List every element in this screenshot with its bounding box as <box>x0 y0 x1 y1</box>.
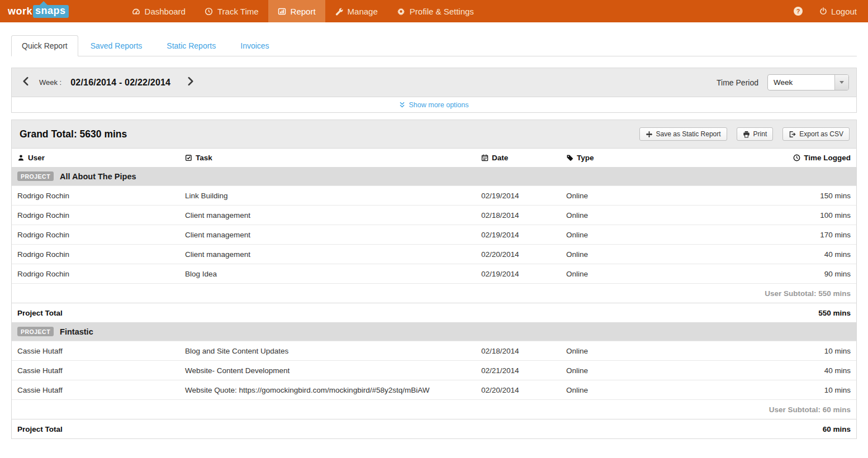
gear-icon <box>397 7 405 16</box>
period-panel: Week : 02/16/2014 - 02/22/2014 Time Peri… <box>11 68 857 113</box>
tab-invoices[interactable]: Invoices <box>231 36 278 56</box>
cell-task: Blog and Site Content Updates <box>179 341 476 361</box>
time-period-select[interactable]: Week <box>767 74 849 90</box>
table-row: Rodrigo RochinBlog Idea02/19/2014Online9… <box>12 264 856 284</box>
cell-task: Link Building <box>179 186 476 206</box>
cell-time-logged: 150 mins <box>712 186 856 206</box>
table-row: Rodrigo RochinClient management02/18/201… <box>12 206 856 225</box>
nav-label: Manage <box>348 7 378 16</box>
previous-week-button[interactable] <box>21 75 31 89</box>
column-header-type: Type <box>561 149 712 167</box>
button-label: Export as CSV <box>799 130 843 138</box>
nav-label: Report <box>291 7 316 16</box>
cell-time-logged: 40 mins <box>712 361 856 380</box>
tag-icon <box>566 154 573 161</box>
report-actions: Save as Static Report Print Export as CS… <box>639 127 850 141</box>
cell-type: Online <box>561 380 712 400</box>
tab-quick-report[interactable]: Quick Report <box>11 35 78 56</box>
project-total-row: Project Total60 mins <box>12 419 856 439</box>
column-header-date: Date <box>476 149 561 167</box>
nav-right-group: ? Logout <box>794 0 857 22</box>
cell-type: Online <box>561 186 712 206</box>
cell-date: 02/20/2014 <box>476 380 561 400</box>
report-header: Grand Total: 5630 mins Save as Static Re… <box>12 120 856 149</box>
table-header: User Task Date <box>12 149 856 167</box>
table-row: Cassie HutaffBlog and Site Content Updat… <box>12 341 856 361</box>
export-as-csv-button[interactable]: Export as CSV <box>782 127 850 141</box>
cell-type: Online <box>561 225 712 245</box>
wrench-icon <box>335 7 343 16</box>
column-header-user: User <box>12 149 179 167</box>
chevron-left-icon <box>22 77 30 86</box>
project-header-cell: PROJECTAll About The Pipes <box>12 167 856 186</box>
question-circle-icon[interactable]: ? <box>794 7 803 16</box>
time-period-value: Week <box>768 78 834 87</box>
project-total-value: 550 mins <box>712 303 856 323</box>
cell-date: 02/19/2014 <box>476 225 561 245</box>
table-row: Rodrigo RochinClient management02/20/201… <box>12 245 856 264</box>
nav-item-manage[interactable]: Manage <box>325 0 387 22</box>
nav-label: Profile & Settings <box>410 7 474 16</box>
cell-user: Cassie Hutaff <box>12 380 179 400</box>
top-navbar: work snaps Dashboard Track Time Report <box>0 0 868 22</box>
table-row: Cassie HutaffWebsite- Content Developmen… <box>12 361 856 380</box>
project-total-row: Project Total550 mins <box>12 303 856 323</box>
project-name: Fintastic <box>60 327 93 336</box>
save-as-static-report-button[interactable]: Save as Static Report <box>639 127 727 141</box>
cell-task: Website Quote: https://gomockingbird.com… <box>179 380 476 400</box>
cell-user: Rodrigo Rochin <box>12 206 179 225</box>
column-header-time-logged: Time Logged <box>712 149 856 167</box>
tab-static-reports[interactable]: Static Reports <box>158 36 225 56</box>
cell-type: Online <box>561 206 712 225</box>
project-badge: PROJECT <box>17 171 54 181</box>
dashboard-icon <box>132 7 140 16</box>
next-week-button[interactable] <box>185 75 196 89</box>
worksnaps-logo[interactable]: work snaps <box>8 0 69 22</box>
time-period-label: Time Period <box>717 78 758 87</box>
user-icon <box>17 154 25 161</box>
cell-type: Online <box>561 264 712 284</box>
tab-saved-reports[interactable]: Saved Reports <box>82 36 151 56</box>
calendar-icon <box>481 154 488 161</box>
date-range: 02/16/2014 - 02/22/2014 <box>70 78 170 88</box>
column-header-task: Task <box>179 149 476 167</box>
show-more-options-link[interactable]: Show more options <box>399 101 468 109</box>
button-label: Save as Static Report <box>656 130 721 138</box>
main-nav: Dashboard Track Time Report Manage Profi… <box>122 0 483 22</box>
project-header-row: PROJECTAll About The Pipes <box>12 167 856 186</box>
cell-date: 02/20/2014 <box>476 245 561 264</box>
nav-item-report[interactable]: Report <box>268 0 325 22</box>
project-section: PROJECTFintasticCassie HutaffBlog and Si… <box>12 322 856 438</box>
table-row: Rodrigo RochinLink Building02/19/2014Onl… <box>12 186 856 206</box>
show-more-label: Show more options <box>409 101 468 109</box>
cell-date: 02/19/2014 <box>476 264 561 284</box>
bar-chart-icon <box>278 7 286 16</box>
cell-type: Online <box>561 361 712 380</box>
clock-icon <box>205 7 213 16</box>
cell-type: Online <box>561 245 712 264</box>
print-button[interactable]: Print <box>737 127 774 141</box>
project-name: All About The Pipes <box>60 172 136 181</box>
cell-user: Rodrigo Rochin <box>12 225 179 245</box>
project-header-cell: PROJECTFintastic <box>12 322 856 341</box>
cell-time-logged: 10 mins <box>712 380 856 400</box>
cell-time-logged: 90 mins <box>712 264 856 284</box>
chevron-down-icon <box>834 75 848 90</box>
nav-item-profile-settings[interactable]: Profile & Settings <box>387 0 483 22</box>
cell-time-logged: 170 mins <box>712 225 856 245</box>
double-chevron-down-icon <box>399 102 405 108</box>
more-options-bar: Show more options <box>12 97 856 112</box>
cell-date: 02/18/2014 <box>476 206 561 225</box>
nav-label: Track Time <box>217 7 259 16</box>
cell-task: Client management <box>179 206 476 225</box>
logout-button[interactable]: Logout <box>819 7 857 16</box>
week-selector-bar: Week : 02/16/2014 - 02/22/2014 Time Peri… <box>12 68 856 97</box>
logo-text-snaps: snaps <box>33 5 69 18</box>
nav-item-dashboard[interactable]: Dashboard <box>122 0 195 22</box>
cell-time-logged: 10 mins <box>712 341 856 361</box>
cell-task: Client management <box>179 245 476 264</box>
nav-item-track-time[interactable]: Track Time <box>195 0 268 22</box>
user-subtotal: User Subtotal: 60 mins <box>12 400 856 419</box>
user-subtotal-row: User Subtotal: 60 mins <box>12 400 856 419</box>
cell-task: Client management <box>179 225 476 245</box>
